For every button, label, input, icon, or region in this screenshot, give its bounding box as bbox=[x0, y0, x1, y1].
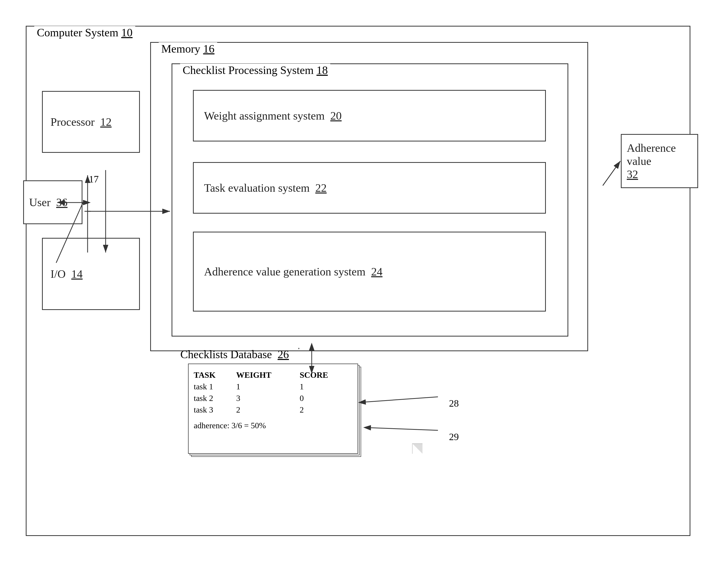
task2-weight: 3 bbox=[236, 392, 300, 404]
task1-name: task 1 bbox=[194, 381, 236, 392]
checklist-processing-box: Checklist Processing System 18 Weight as… bbox=[172, 63, 568, 337]
weight-assignment-id: 20 bbox=[330, 110, 342, 122]
adherence-generation-text: Adherence value generation system bbox=[204, 265, 366, 278]
diagram-container: Computer System 10 Memory 16 Checklist P… bbox=[15, 15, 711, 546]
task2-name: task 2 bbox=[194, 392, 236, 404]
io-label: I/O 14 bbox=[50, 267, 83, 281]
weight-assignment-text: Weight assignment system bbox=[204, 110, 325, 122]
checklist-processing-label: Checklist Processing System 18 bbox=[180, 64, 330, 77]
task3-weight: 2 bbox=[236, 404, 300, 416]
col-task-header: TASK bbox=[194, 369, 236, 381]
database-area: Checklists Database 26 TASK WEIGHT SCORE bbox=[175, 348, 422, 454]
processor-text: Processor bbox=[50, 116, 95, 128]
arrow-label-29: 29 bbox=[449, 431, 459, 442]
adherence-generation-box: Adherence value generation system 24 bbox=[193, 232, 546, 312]
adherence-value-id-text: 32 bbox=[627, 168, 638, 181]
processor-label: Processor 12 bbox=[50, 115, 112, 129]
task3-score: 2 bbox=[300, 404, 352, 416]
memory-box: Memory 16 Checklist Processing System 18… bbox=[150, 42, 588, 351]
checklist-table: TASK WEIGHT SCORE task 1 1 1 task 2 bbox=[194, 369, 352, 416]
user-label: User 36 bbox=[29, 196, 67, 209]
weight-assignment-label: Weight assignment system 20 bbox=[204, 109, 342, 122]
computer-system-label: Computer System 10 bbox=[34, 26, 135, 39]
table-row: task 3 2 2 bbox=[194, 404, 352, 416]
table-row: task 1 1 1 bbox=[194, 381, 352, 392]
adherence-generation-label: Adherence value generation system 24 bbox=[204, 265, 383, 278]
weight-assignment-box: Weight assignment system 20 bbox=[193, 90, 546, 141]
adherence-value-label: Adherence value bbox=[627, 141, 697, 168]
adherence-generation-id: 24 bbox=[371, 265, 383, 278]
checklists-database-label: Checklists Database 26 bbox=[180, 348, 422, 361]
checklist-processing-id: 18 bbox=[316, 64, 328, 77]
col-weight-header: WEIGHT bbox=[236, 369, 300, 381]
user-id: 36 bbox=[56, 196, 67, 209]
task1-weight: 1 bbox=[236, 381, 300, 392]
task-evaluation-box: Task evaluation system 22 bbox=[193, 162, 546, 214]
adherence-value-box: Adherence value 32 bbox=[621, 134, 698, 188]
processor-box: Processor 12 bbox=[42, 91, 140, 153]
arrow-label-17: 17 bbox=[89, 173, 99, 185]
processor-id: 12 bbox=[100, 116, 112, 128]
task-evaluation-id: 22 bbox=[315, 182, 327, 194]
user-box: User 36 bbox=[23, 180, 82, 224]
task3-name: task 3 bbox=[194, 404, 236, 416]
user-text: User bbox=[29, 196, 50, 209]
task-evaluation-label: Task evaluation system 22 bbox=[204, 181, 327, 195]
table-row: task 2 3 0 bbox=[194, 392, 352, 404]
col-score-header: SCORE bbox=[300, 369, 352, 381]
task1-score: 1 bbox=[300, 381, 352, 392]
adherence-value-text: Adherence value bbox=[627, 142, 676, 167]
memory-label: Memory 16 bbox=[159, 42, 217, 55]
computer-system-box: Computer System 10 Memory 16 Checklist P… bbox=[26, 26, 690, 536]
memory-id: 16 bbox=[203, 43, 215, 55]
computer-system-id: 10 bbox=[121, 26, 133, 39]
checklists-database-text: Checklists Database bbox=[180, 348, 272, 361]
adherence-formula: adherence: 3/6 = 50% bbox=[194, 421, 352, 430]
task-evaluation-text: Task evaluation system bbox=[204, 182, 310, 194]
adherence-value-id: 32 bbox=[627, 168, 638, 181]
task2-score: 0 bbox=[300, 392, 352, 404]
checklists-database-id: 26 bbox=[278, 348, 289, 361]
io-box: I/O 14 bbox=[42, 238, 140, 310]
io-text: I/O bbox=[50, 268, 66, 280]
io-id: 14 bbox=[71, 268, 83, 280]
arrow-label-28: 28 bbox=[449, 398, 459, 409]
